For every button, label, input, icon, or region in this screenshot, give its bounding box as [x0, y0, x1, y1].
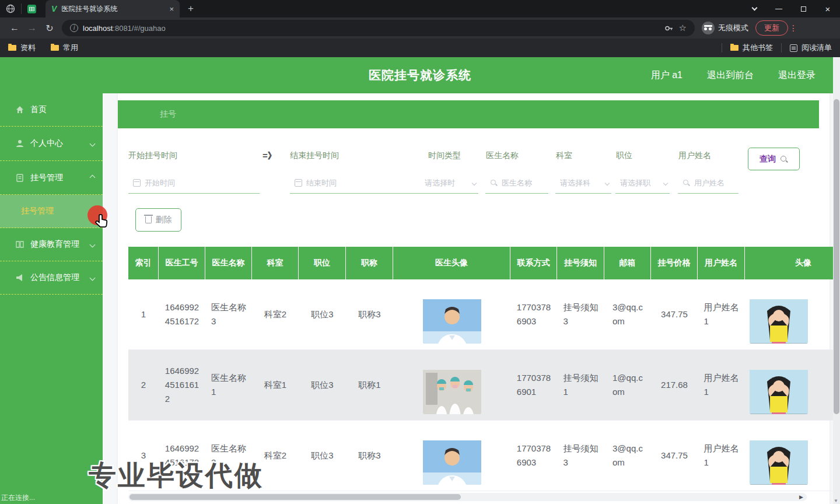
sidebar-item-label: 公告信息管理: [30, 272, 79, 283]
url-bar[interactable]: i localhost:8081/#/guahao ☆: [62, 20, 695, 36]
delete-button[interactable]: 删除: [135, 208, 181, 232]
column-header-contact[interactable]: 联系方式: [510, 247, 557, 279]
column-header-price[interactable]: 挂号价格: [651, 247, 698, 279]
column-header-title[interactable]: 职称: [346, 247, 393, 279]
start-time-input[interactable]: [145, 178, 257, 187]
start-time-label: 开始挂号时间: [128, 150, 177, 161]
forward-button[interactable]: →: [23, 23, 41, 33]
cell-position: 职位3: [299, 279, 346, 349]
cell-user-avatar: [745, 350, 840, 420]
male-doctor-photo: [423, 426, 481, 485]
table-row[interactable]: 1 1646992 4516172 医生名称 3 科室2 职位3 职称3 177…: [128, 279, 840, 350]
reading-list[interactable]: 阅读清单: [790, 43, 832, 53]
exit-to-front-link[interactable]: 退出到前台: [707, 69, 754, 82]
male-doctor-photo: [423, 285, 481, 344]
column-header-doctor-name[interactable]: 医生名称: [205, 247, 252, 279]
browser-titlebar: V 医院挂号就诊系统 × + — ×: [0, 0, 840, 18]
doctor-name-input[interactable]: [502, 178, 546, 187]
position-select[interactable]: 请选择职: [615, 173, 670, 194]
cell-user-avatar: [745, 421, 840, 491]
divider: [781, 43, 782, 52]
sidebar-item-health-education[interactable]: 健康教育管理: [0, 228, 103, 261]
back-button[interactable]: ←: [6, 23, 23, 33]
scroll-down-arrow-icon[interactable]: ▼: [834, 498, 838, 503]
vertical-scrollbar-thumb[interactable]: [834, 99, 839, 414]
doctor-name-label: 医生名称: [486, 150, 519, 161]
cell-title: 职称3: [346, 421, 393, 491]
column-header-user-name[interactable]: 用户姓名: [698, 247, 745, 279]
cell-doctor-photo: [393, 350, 510, 420]
column-header-doctor-photo[interactable]: 医生头像: [393, 247, 510, 279]
chevron-down-icon: [663, 180, 668, 185]
doctor-name-input-wrap[interactable]: [485, 173, 548, 194]
vertical-scrollbar[interactable]: ▼: [833, 57, 840, 504]
column-header-avatar[interactable]: 头像: [745, 247, 840, 279]
query-button-label: 查询: [760, 154, 776, 164]
other-bookmarks[interactable]: 其他书签: [730, 43, 773, 53]
sidebar: 首页 个人中心 挂号管理 挂号管理 健康教育管理 公告信息管理 正在连接...: [0, 93, 103, 504]
registrations-table: 索引 医生工号 医生名称 科室 职位 职称 医生头像 联系方式 挂号须知 邮箱 …: [128, 247, 840, 491]
column-header-doctor-id[interactable]: 医生工号: [159, 247, 205, 279]
chevron-up-icon: [90, 175, 96, 181]
reload-button[interactable]: ↻: [41, 23, 58, 34]
sidebar-item-home[interactable]: 首页: [0, 93, 103, 127]
browser-logo[interactable]: [0, 0, 21, 18]
bookmark-label: 资料: [20, 43, 36, 53]
cell-price: 347.75: [651, 421, 698, 491]
bookmark-folder-2[interactable]: 常用: [51, 43, 78, 53]
new-tab-button[interactable]: +: [188, 3, 194, 15]
chevron-down-icon: [472, 180, 477, 185]
logout-link[interactable]: 退出登录: [778, 69, 816, 82]
search-icon: [490, 179, 498, 187]
sidebar-subitem-registration-management[interactable]: 挂号管理: [0, 195, 103, 228]
watermark-text: 专业毕设代做: [89, 457, 264, 494]
column-header-position[interactable]: 职位: [299, 247, 346, 279]
table-header-row: 索引 医生工号 医生名称 科室 职位 职称 医生头像 联系方式 挂号须知 邮箱 …: [128, 247, 840, 279]
end-time-input[interactable]: [306, 178, 419, 187]
connection-status: 正在连接...: [1, 493, 35, 503]
select-placeholder: 请选择职: [620, 178, 660, 188]
user-name-input[interactable]: [694, 178, 736, 187]
horizontal-scrollbar-thumb[interactable]: [130, 494, 461, 500]
time-type-select[interactable]: 请选择时: [420, 173, 478, 194]
close-button[interactable]: ×: [816, 0, 840, 18]
tab-close-icon[interactable]: ×: [169, 5, 174, 13]
cell-email: 1@qq.c om: [604, 350, 651, 420]
column-header-dept[interactable]: 科室: [252, 247, 299, 279]
browser-toolbar: ← → ↻ i localhost:8081/#/guahao ☆ 无痕模式 更…: [0, 18, 840, 38]
user-name-input-wrap[interactable]: [678, 173, 738, 194]
dept-label: 科室: [556, 150, 572, 161]
sidebar-item-registration-management[interactable]: 挂号管理: [0, 161, 103, 195]
calendar-icon: [133, 179, 141, 187]
end-time-input-wrap[interactable]: [290, 173, 421, 194]
query-button[interactable]: 查询: [748, 148, 800, 170]
pinned-tab-sheets[interactable]: [22, 0, 42, 18]
bookmark-folder-1[interactable]: 资料: [8, 43, 36, 53]
cell-price: 217.68: [651, 350, 698, 420]
form-icon: [15, 173, 24, 183]
sidebar-item-label: 首页: [30, 104, 47, 115]
maximize-button[interactable]: [791, 0, 816, 18]
url-text[interactable]: localhost:8081/#/guahao: [83, 24, 166, 33]
sidebar-item-announcements[interactable]: 公告信息管理: [0, 261, 103, 295]
active-tab[interactable]: V 医院挂号就诊系统 ×: [46, 0, 180, 18]
incognito-chip[interactable]: 无痕模式: [702, 22, 748, 34]
header-user[interactable]: 用户 a1: [651, 69, 682, 82]
column-header-email[interactable]: 邮箱: [604, 247, 651, 279]
table-row[interactable]: 2 1646992 4516161 2 医生名称 1 科室1 职位3 职称1 1…: [128, 350, 840, 421]
bookmark-star-icon[interactable]: ☆: [679, 23, 687, 33]
tab-search-button[interactable]: [742, 0, 766, 18]
page-info-icon[interactable]: i: [70, 24, 78, 32]
browser-menu-icon[interactable]: ⋮: [789, 23, 797, 33]
minimize-button[interactable]: —: [766, 0, 791, 18]
dept-select[interactable]: 请选择科: [555, 173, 611, 194]
sidebar-item-personal-center[interactable]: 个人中心: [0, 127, 103, 161]
scroll-right-arrow-icon[interactable]: ▶: [799, 494, 803, 500]
update-button[interactable]: 更新: [755, 20, 788, 36]
cell-email: 3@qq.c om: [604, 279, 651, 349]
start-time-input-wrap[interactable]: [128, 173, 260, 194]
column-header-index[interactable]: 索引: [128, 247, 159, 279]
key-icon[interactable]: [664, 24, 673, 33]
column-header-notice[interactable]: 挂号须知: [557, 247, 604, 279]
horizontal-scrollbar[interactable]: ▶: [128, 493, 807, 501]
